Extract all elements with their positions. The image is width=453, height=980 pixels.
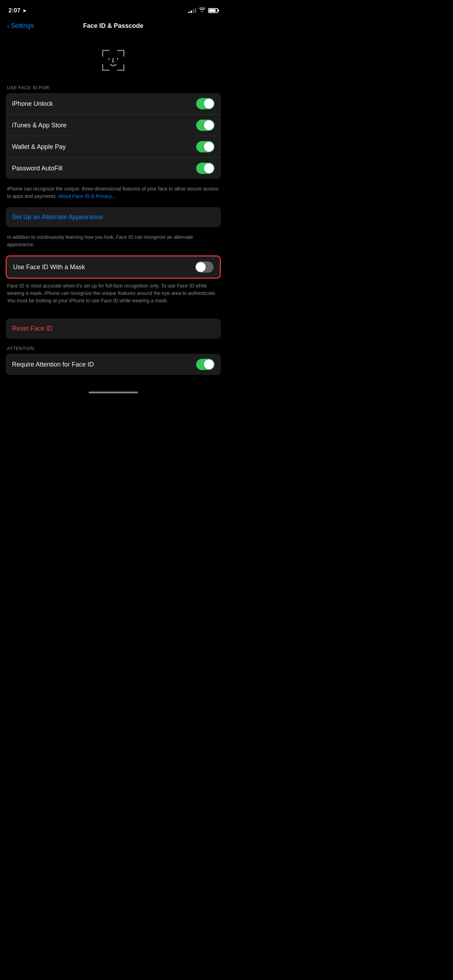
- reset-face-id-button[interactable]: Reset Face ID: [6, 318, 221, 339]
- back-button[interactable]: ‹ Settings: [7, 22, 34, 30]
- password-autofill-label: Password AutoFill: [12, 165, 62, 172]
- itunes-label: iTunes & App Store: [12, 122, 66, 129]
- face-id-icon: [99, 46, 127, 75]
- attention-section: ATTENTION Require Attention for Face ID: [0, 346, 227, 375]
- back-chevron-icon: ‹: [7, 22, 10, 30]
- toggle-thumb: [204, 142, 214, 152]
- toggle-thumb: [204, 360, 214, 369]
- home-indicator: [89, 391, 138, 393]
- wallet-label: Wallet & Apple Pay: [12, 143, 66, 151]
- back-label: Settings: [11, 22, 34, 30]
- wifi-icon: [199, 7, 205, 14]
- toggle-thumb: [204, 163, 214, 173]
- iphone-unlock-toggle[interactable]: [196, 98, 215, 109]
- attention-group: Require Attention for Face ID: [6, 354, 221, 375]
- toggle-thumb: [204, 99, 214, 109]
- password-autofill-toggle[interactable]: [196, 162, 215, 174]
- toggle-thumb: [204, 120, 214, 130]
- mask-row-label: Use Face ID With a Mask: [13, 264, 85, 271]
- require-attention-toggle[interactable]: [196, 359, 215, 370]
- mask-row-container: Use Face ID With a Mask: [6, 255, 221, 279]
- home-indicator-area: [0, 375, 227, 396]
- mask-toggle[interactable]: [195, 261, 213, 273]
- time-display: 2:07: [8, 7, 21, 14]
- face-id-settings-group: iPhone Unlock iTunes & App Store Wallet …: [6, 93, 221, 179]
- wallet-toggle[interactable]: [196, 141, 215, 153]
- alternate-appearance-description: In addition to continuously learning how…: [0, 230, 227, 255]
- status-bar: 2:07 ➤: [0, 0, 227, 19]
- status-time: 2:07 ➤: [8, 7, 27, 14]
- reset-face-id-label: Reset Face ID: [12, 325, 52, 332]
- attention-section-label: ATTENTION: [0, 346, 227, 354]
- about-face-id-link[interactable]: About Face ID & Privacy...: [58, 193, 116, 199]
- wallet-row[interactable]: Wallet & Apple Pay: [6, 136, 221, 158]
- mask-row[interactable]: Use Face ID With a Mask: [7, 256, 220, 278]
- page-title: Face ID & Passcode: [83, 22, 143, 30]
- alternate-appearance-label: Set Up an Alternate Appearance: [12, 213, 103, 221]
- nav-header: ‹ Settings Face ID & Passcode: [0, 19, 227, 36]
- face-id-icon-container: [0, 36, 227, 85]
- itunes-toggle[interactable]: [196, 119, 215, 131]
- password-autofill-row[interactable]: Password AutoFill: [6, 158, 221, 179]
- signal-icon: [188, 8, 196, 13]
- require-attention-row[interactable]: Require Attention for Face ID: [6, 354, 221, 375]
- location-icon: ➤: [22, 8, 27, 13]
- alternate-appearance-button[interactable]: Set Up an Alternate Appearance: [6, 207, 221, 227]
- itunes-row[interactable]: iTunes & App Store: [6, 115, 221, 136]
- mask-description: Face ID is most accurate when it's set u…: [0, 279, 227, 312]
- iphone-unlock-row[interactable]: iPhone Unlock: [6, 93, 221, 115]
- require-attention-label: Require Attention for Face ID: [12, 361, 94, 368]
- toggle-thumb: [196, 262, 206, 272]
- section-label: USE FACE ID FOR:: [0, 85, 227, 93]
- battery-icon: [208, 8, 218, 13]
- status-icons: [188, 7, 218, 14]
- iphone-unlock-label: iPhone Unlock: [12, 100, 53, 108]
- face-id-description: iPhone can recognize the unique, three-d…: [0, 182, 227, 207]
